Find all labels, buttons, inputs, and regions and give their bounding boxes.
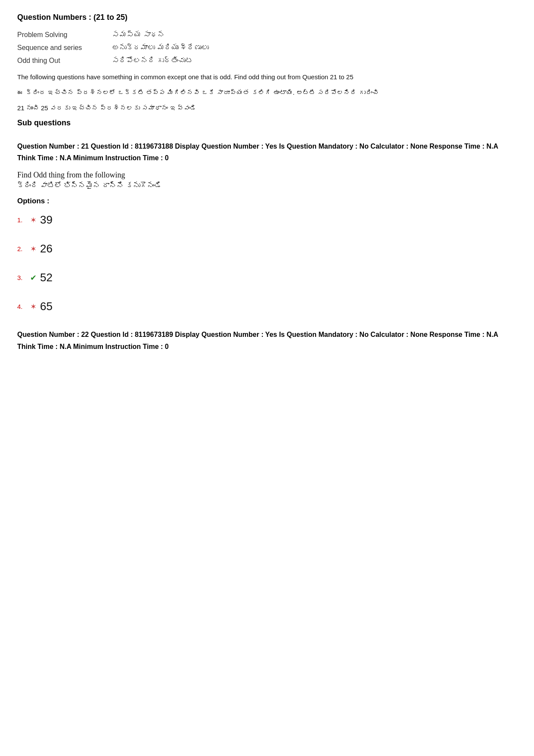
option-value-4: 65 <box>40 300 53 313</box>
concepts-table: Problem Solving సమస్య సాధన Sequence and … <box>17 31 517 65</box>
question-22-meta: Question Number : 22 Question Id : 81196… <box>17 329 517 352</box>
question-block-21: Question Number : 21 Question Id : 81196… <box>17 140 517 313</box>
concept-label-problem-solving: Problem Solving <box>17 31 112 39</box>
instructions-te2: 21 నుంచి 25 వరకు ఇచ్చిన ప్రశ్నలకు సమాధాన… <box>17 103 517 113</box>
option-row-3: 3. ✔ 52 <box>17 271 517 284</box>
question-21-options-label: Options : <box>17 197 517 205</box>
question-numbers-header: Question Numbers : (21 to 25) <box>17 13 517 22</box>
concept-label-odd: Odd thing Out <box>17 57 112 65</box>
question-21-text-te: క్రింది వాటిలో భిన్నమైన దాన్ని కనుగొనండి <box>17 181 517 190</box>
option-value-1: 39 <box>40 213 53 227</box>
concept-value-problem-solving: సమస్య సాధన <box>112 31 165 39</box>
question-21-meta-text: Question Number : 21 Question Id : 81196… <box>17 140 517 164</box>
concept-row-odd: Odd thing Out సరిపోలనది గుర్తించుట <box>17 56 517 65</box>
option-value-2: 26 <box>40 242 53 255</box>
option-row-4: 4. ✶ 65 <box>17 300 517 313</box>
concept-row-sequence: Sequence and series అనుక్రమాలు మరియు శ్ర… <box>17 44 517 52</box>
cross-icon-2: ✶ <box>30 244 37 254</box>
option-number-2: 2. <box>17 245 28 252</box>
option-number-3: 3. <box>17 274 28 281</box>
option-row-2: 2. ✶ 26 <box>17 242 517 255</box>
option-value-3: 52 <box>40 271 53 284</box>
question-21-meta: Question Number : 21 Question Id : 81196… <box>17 140 517 164</box>
concept-row-problem-solving: Problem Solving సమస్య సాధన <box>17 31 517 39</box>
instructions-en: The following questions have something i… <box>17 72 517 82</box>
instructions-te: ఈ క్రింద ఇచ్చిన ప్రశ్నలలో ఒక్కటి తప్ప మి… <box>17 87 517 98</box>
question-21-text-en: Find Odd thing from the following <box>17 171 517 180</box>
question-22-meta-text: Question Number : 22 Question Id : 81196… <box>17 329 517 352</box>
option-row-1: 1. ✶ 39 <box>17 213 517 227</box>
sub-questions-header: Sub questions <box>17 118 517 128</box>
question-block-22: Question Number : 22 Question Id : 81196… <box>17 329 517 352</box>
check-icon-3: ✔ <box>30 273 37 283</box>
option-number-4: 4. <box>17 303 28 310</box>
cross-icon-4: ✶ <box>30 302 37 311</box>
concept-value-odd: సరిపోలనది గుర్తించుట <box>112 56 193 65</box>
cross-icon-1: ✶ <box>30 215 37 225</box>
option-number-1: 1. <box>17 216 28 224</box>
concept-label-sequence: Sequence and series <box>17 44 112 52</box>
concept-value-sequence: అనుక్రమాలు మరియు శ్రేణులు <box>112 44 209 52</box>
